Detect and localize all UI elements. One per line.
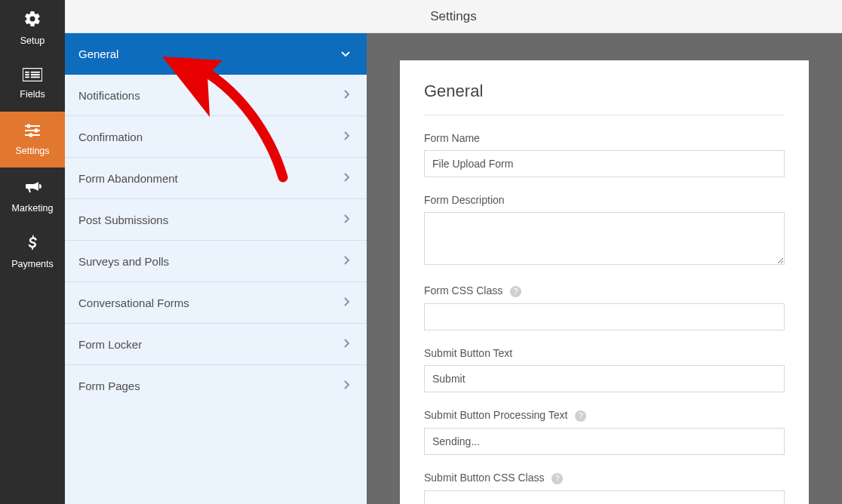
settings-panel: General Notifications Confirmation Form … (65, 33, 367, 504)
nav-item-setup[interactable]: Setup (0, 0, 65, 56)
primary-nav: Setup Fields Settings Marketing (0, 0, 65, 504)
settings-item-label: Confirmation (78, 131, 143, 143)
nav-item-payments[interactable]: Payments (0, 223, 65, 279)
page-header: Settings (65, 0, 842, 33)
submit-button-text-label: Submit Button Text (424, 347, 785, 359)
form-description-row: Form Description (424, 194, 785, 268)
submit-button-css-label: Submit Button CSS Class ? (424, 472, 785, 484)
svg-rect-8 (27, 124, 30, 128)
settings-item-form-abandonment[interactable]: Form Abandonment (65, 158, 367, 199)
chevron-right-icon (344, 380, 350, 392)
nav-label: Payments (11, 259, 54, 269)
settings-item-label: Notifications (78, 89, 140, 102)
nav-item-marketing[interactable]: Marketing (0, 167, 65, 223)
nav-label: Settings (15, 146, 49, 156)
submit-button-text-row: Submit Button Text (424, 347, 785, 392)
nav-label: Fields (20, 89, 45, 100)
settings-item-label: Form Locker (78, 338, 142, 351)
form-description-label: Form Description (424, 194, 785, 206)
form-css-class-label: Form CSS Class ? (424, 284, 785, 297)
chevron-right-icon (344, 297, 350, 309)
settings-item-label: General (78, 48, 118, 60)
chevron-right-icon (344, 173, 350, 184)
chevron-right-icon (344, 214, 350, 226)
settings-item-label: Conversational Forms (78, 297, 189, 309)
settings-item-conversational-forms[interactable]: Conversational Forms (65, 282, 367, 324)
form-name-row: Form Name (424, 132, 785, 177)
form-name-label: Form Name (424, 132, 785, 144)
chevron-right-icon (344, 131, 350, 143)
settings-item-label: Surveys and Polls (78, 255, 169, 268)
settings-item-form-pages[interactable]: Form Pages (65, 365, 367, 407)
help-icon[interactable]: ? (510, 286, 521, 297)
settings-item-confirmation[interactable]: Confirmation (65, 116, 367, 158)
form-css-class-row: Form CSS Class ? (424, 284, 785, 330)
settings-item-post-submissions[interactable]: Post Submissions (65, 199, 367, 241)
submit-button-processing-label: Submit Button Processing Text ? (424, 409, 785, 422)
bullhorn-icon (23, 177, 41, 198)
settings-item-notifications[interactable]: Notifications (65, 75, 367, 116)
section-heading: General (424, 81, 785, 115)
settings-item-label: Post Submissions (78, 214, 168, 226)
chevron-right-icon (344, 256, 350, 267)
settings-item-general[interactable]: General (65, 33, 367, 75)
content-area: General Form Name Form Description Form … (367, 33, 842, 504)
gear-icon (23, 10, 41, 31)
help-icon[interactable]: ? (552, 473, 563, 484)
form-css-class-input[interactable] (424, 303, 785, 330)
chevron-right-icon (344, 90, 350, 101)
submit-button-css-row: Submit Button CSS Class ? (424, 472, 785, 504)
nav-label: Setup (20, 35, 45, 46)
svg-rect-12 (29, 134, 32, 137)
settings-general-card: General Form Name Form Description Form … (400, 60, 809, 504)
sliders-icon (23, 123, 42, 141)
chevron-down-icon (341, 48, 350, 60)
list-icon (23, 68, 42, 85)
form-description-textarea[interactable] (424, 212, 785, 265)
chevron-right-icon (344, 339, 350, 350)
dollar-icon (25, 233, 40, 254)
nav-label: Marketing (12, 203, 54, 214)
nav-item-fields[interactable]: Fields (0, 56, 65, 112)
settings-item-form-locker[interactable]: Form Locker (65, 324, 367, 365)
settings-item-label: Form Pages (78, 380, 140, 392)
settings-item-surveys-polls[interactable]: Surveys and Polls (65, 241, 367, 282)
submit-button-text-input[interactable] (424, 365, 785, 392)
submit-button-processing-row: Submit Button Processing Text ? (424, 409, 785, 455)
settings-item-label: Form Abandonment (78, 172, 178, 185)
submit-button-processing-input[interactable] (424, 428, 785, 455)
submit-button-css-input[interactable] (424, 490, 785, 504)
nav-item-settings[interactable]: Settings (0, 112, 65, 167)
svg-rect-10 (35, 129, 38, 133)
page-title: Settings (430, 9, 476, 24)
form-name-input[interactable] (424, 150, 785, 177)
help-icon[interactable]: ? (575, 410, 586, 422)
